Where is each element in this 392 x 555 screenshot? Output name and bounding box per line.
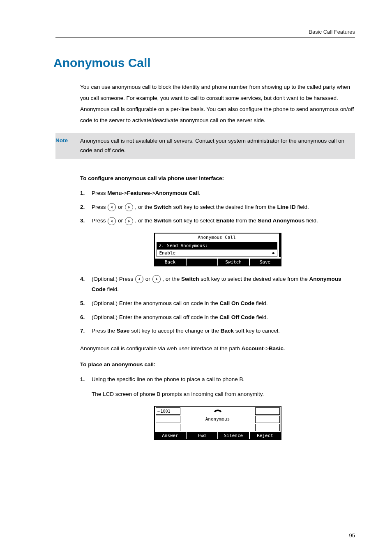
step-4: (Optional.) Press or , or the Switch sof… [80, 274, 355, 295]
configure-heading: To configure anonymous call via phone us… [80, 175, 355, 181]
incoming-call-icon: ↝ [157, 409, 160, 414]
softkey-switch: Switch [218, 259, 250, 266]
text: . [284, 345, 285, 352]
left-right-indicator-icon: ◀▶ [272, 251, 274, 255]
text: , or the [134, 217, 154, 224]
text: (Optional.) Press [92, 276, 135, 282]
text: from the [234, 217, 258, 224]
lcd-empty-box [255, 416, 280, 423]
step-2: Press or , or the Switch soft key to sel… [80, 202, 355, 213]
text: Press [92, 204, 107, 210]
softkey-reject: Reject [250, 432, 281, 439]
text: or [144, 276, 152, 282]
step-7: Press the Save soft key to accept the ch… [80, 326, 355, 336]
call-off-code-label: Call Off Code [219, 314, 255, 320]
text: , or the [161, 276, 182, 282]
page-title: Anonymous Call [53, 56, 355, 70]
note-box: Note Anonymous call is not available on … [55, 133, 355, 159]
text: soft key to cancel. [234, 328, 280, 334]
place-step-1-sub: The LCD screen of phone B prompts an inc… [92, 389, 355, 400]
softkey-fwd: Fwd [187, 432, 218, 439]
page-number: 95 [349, 532, 355, 539]
place-step-1: Using the specific line on the phone to … [80, 374, 355, 399]
right-arrow-icon [125, 217, 133, 225]
place-steps: Using the specific line on the phone to … [80, 374, 355, 399]
lcd-empty-box [156, 416, 180, 423]
text: or [116, 217, 125, 224]
account-label: Account [241, 345, 263, 352]
text: -> [150, 190, 155, 196]
text: Press [92, 217, 107, 224]
lcd-screenshot-incoming-anonymous: ↝1001 Anonymous Answer [154, 406, 281, 440]
lcd-title: Anonymous Call [155, 234, 279, 240]
softkey-silence: Silence [218, 432, 250, 439]
step-1: Press Menu->Features->Anonymous Call. [80, 188, 355, 199]
send-anonymous-label: Send Anonymous [258, 217, 304, 224]
softkey-answer: Answer [155, 432, 187, 439]
configure-steps: Press Menu->Features->Anonymous Call. Pr… [80, 188, 355, 226]
lcd-field-value: Enable ◀▶ [157, 249, 277, 257]
right-arrow-icon [125, 203, 133, 211]
text: soft key to select the desired line from… [172, 204, 277, 210]
softkey-empty [187, 259, 218, 266]
text: (Optional.) Enter the anonymous call off… [92, 314, 219, 320]
anonymous-call-label: Anonymous Call [155, 190, 199, 196]
note-text: Anonymous call is not available on all s… [80, 136, 351, 155]
call-on-code-label: Call On Code [219, 300, 254, 306]
text: . [199, 190, 201, 196]
lcd-softkeys: Back Switch Save [155, 259, 281, 266]
text: soft key to select [172, 217, 216, 224]
lcd-empty-box [255, 424, 280, 431]
text: or [116, 204, 125, 210]
features-label: Features [127, 190, 150, 196]
step-6: (Optional.) Enter the anonymous call off… [80, 312, 355, 323]
text: Anonymous call is configurable via web u… [80, 345, 241, 352]
text: Press the [92, 328, 117, 334]
phone-icon [213, 408, 222, 414]
header-section: Basic Call Features [309, 29, 355, 35]
step-3: Press or , or the Switch soft key to sel… [80, 215, 355, 226]
text: -> [263, 345, 268, 352]
page-header: Basic Call Features [55, 29, 355, 38]
text: field. [254, 300, 267, 306]
save-label: Save [117, 328, 130, 334]
step-5: (Optional.) Enter the anonymous call on … [80, 298, 355, 309]
place-heading: To place an anonymous call: [80, 361, 355, 368]
text: Press [92, 190, 107, 196]
lcd-empty-box [156, 424, 180, 431]
lcd-line-number: 1001 [161, 409, 171, 414]
lcd-screenshot-anonymous-call: Anonymous Call 2. Send Anonymous: Enable… [154, 233, 281, 266]
lcd-empty-box [255, 407, 280, 415]
text: , or the [134, 204, 154, 210]
text: -> [122, 190, 127, 196]
note-label: Note [55, 136, 80, 155]
softkey-back: Back [155, 259, 187, 266]
text: field. [304, 217, 318, 224]
switch-label: Switch [154, 204, 172, 210]
enable-label: Enable [216, 217, 234, 224]
text: (Optional.) Enter the anonymous call on … [92, 300, 219, 306]
line-id-label: Line ID [277, 204, 295, 210]
text: Using the specific line on the phone to … [92, 376, 244, 382]
lcd-softkeys: Answer Fwd Silence Reject [155, 432, 281, 439]
web-path-note: Anonymous call is configurable via web u… [80, 343, 355, 354]
lcd-caller-name: Anonymous [205, 416, 230, 422]
text: soft key to accept the change or the [129, 328, 220, 334]
switch-label: Switch [181, 276, 199, 282]
text: field. [106, 286, 119, 292]
basic-label: Basic [269, 345, 284, 352]
switch-label: Switch [154, 217, 172, 224]
text: field. [295, 204, 309, 210]
text: field. [255, 314, 268, 320]
lcd-field-label: 2. Send Anonymous: [157, 242, 277, 249]
lcd-line-box: ↝1001 [156, 407, 180, 415]
lcd-value-text: Enable [159, 250, 176, 256]
intro-paragraph: You can use anonymous call to block the … [80, 81, 355, 126]
softkey-save: Save [250, 259, 281, 266]
menu-label: Menu [107, 190, 122, 196]
configure-steps-cont: (Optional.) Press or , or the Switch sof… [80, 274, 355, 336]
right-arrow-icon [152, 275, 161, 283]
left-arrow-icon [135, 275, 143, 283]
left-arrow-icon [108, 203, 116, 211]
text: soft key to select the desired value fro… [199, 276, 309, 282]
